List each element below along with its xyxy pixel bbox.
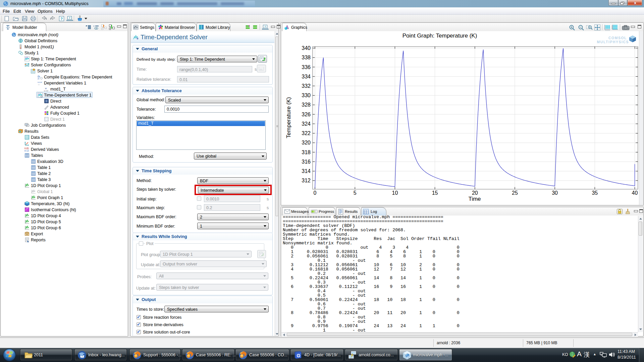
- svg-text:338: 338: [302, 55, 311, 60]
- svg-text:30: 30: [552, 190, 558, 196]
- svg-text:?: ?: [60, 17, 63, 21]
- svg-text:324: 324: [302, 121, 311, 127]
- svg-text:318: 318: [302, 149, 311, 155]
- svg-text:326: 326: [302, 112, 311, 117]
- svg-text:Point Graph: Temperature (K): Point Graph: Temperature (K): [402, 33, 477, 39]
- svg-text:∂t: ∂t: [38, 77, 40, 79]
- svg-text:0: 0: [314, 190, 317, 196]
- svg-text:336: 336: [302, 64, 311, 70]
- svg-text:u,v,w: u,v,w: [38, 81, 42, 83]
- svg-text:25: 25: [512, 190, 518, 196]
- svg-text:334: 334: [302, 74, 311, 79]
- svg-text:20: 20: [472, 190, 478, 196]
- svg-text:40: 40: [632, 190, 638, 196]
- svg-text:?: ?: [69, 16, 70, 19]
- svg-text:314: 314: [302, 168, 311, 174]
- svg-text:?: ?: [264, 25, 266, 28]
- svg-text:320: 320: [302, 140, 311, 145]
- svg-text:312: 312: [302, 178, 311, 183]
- svg-text:15: 15: [432, 190, 438, 196]
- svg-text:5: 5: [354, 190, 357, 196]
- svg-text::::: :::: [38, 83, 40, 85]
- svg-text:316: 316: [302, 159, 311, 165]
- svg-text:340: 340: [302, 45, 311, 51]
- svg-text:e-12: e-12: [24, 149, 29, 152]
- svg-text:330: 330: [302, 93, 311, 98]
- svg-text:35: 35: [592, 190, 598, 196]
- svg-text:MULTIPHYSICS: MULTIPHYSICS: [597, 40, 629, 44]
- svg-text:Temperature (K): Temperature (K): [285, 97, 292, 138]
- svg-text:Time: Time: [468, 196, 481, 202]
- svg-text:10: 10: [392, 190, 398, 196]
- svg-text:U.T.P: U.T.P: [44, 90, 48, 92]
- svg-text:322: 322: [302, 130, 311, 136]
- svg-text:8.85: 8.85: [24, 147, 29, 149]
- svg-text:COMSOL: COMSOL: [608, 36, 627, 40]
- svg-text:328: 328: [302, 102, 311, 108]
- svg-text:332: 332: [302, 83, 311, 89]
